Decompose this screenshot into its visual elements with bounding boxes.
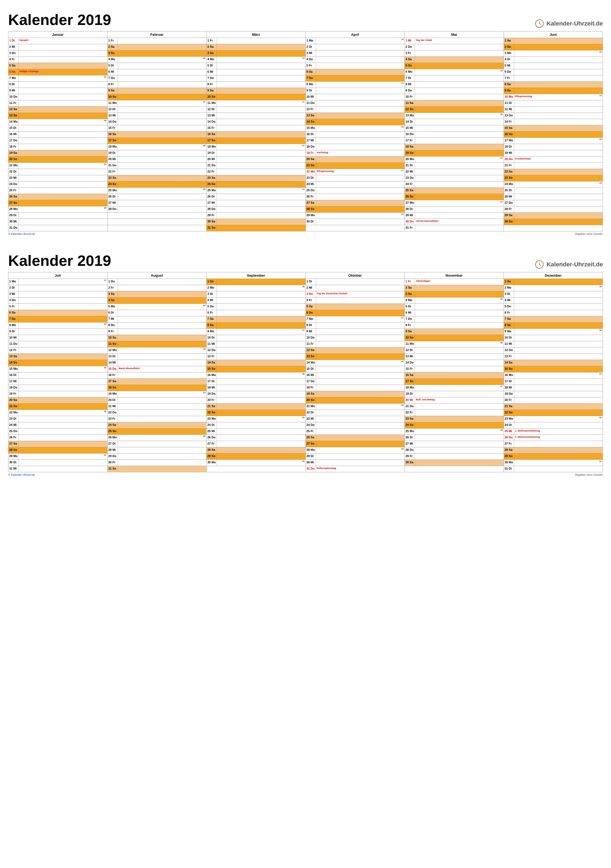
day-note <box>415 88 504 94</box>
day-cell: 7 Do <box>405 316 504 322</box>
day-cell: 18 Sa <box>405 144 504 150</box>
day-cell: 6 Di <box>107 310 207 316</box>
day-number: 12 Sa <box>306 347 316 353</box>
day-number: 26 Mi <box>504 194 514 200</box>
day-cell: 12 So <box>405 107 504 113</box>
day-number: 27 Fr <box>504 441 514 447</box>
day-cell: 8 Fr <box>107 82 207 88</box>
day-cell: 12 Di <box>107 107 207 113</box>
day-note <box>415 372 504 378</box>
day-note <box>415 57 504 63</box>
day-note: 02 <box>19 75 107 81</box>
day-number: 7 Mo <box>306 316 316 322</box>
day-number: 21 Mi <box>108 404 118 409</box>
day-number: 8 Mo <box>8 322 19 329</box>
day-number: 27 Mo <box>405 200 415 206</box>
day-number: 4 Do <box>8 298 19 304</box>
day-cell: 6 Fr <box>504 310 603 316</box>
day-number: 2 Mo <box>207 285 217 291</box>
month-header: April <box>305 31 405 38</box>
day-number: 17 Do <box>8 138 19 144</box>
day-note: Neujahr <box>19 38 107 44</box>
day-cell: 15 Fr <box>405 366 504 372</box>
day-number: 25 Sa <box>405 188 415 194</box>
page-title: Kalender 2019 <box>8 252 111 269</box>
day-number: 11 Do <box>306 100 316 106</box>
day-note <box>118 279 207 285</box>
day-number: 30 Sa <box>207 219 217 225</box>
day-cell: 29 So <box>207 454 306 460</box>
day-note <box>316 329 405 335</box>
day-note: Buß- und Bettag <box>415 397 504 403</box>
day-cell: 9 Sa <box>207 88 306 94</box>
day-number: 21 Do <box>405 404 415 409</box>
day-note <box>316 113 405 119</box>
day-cell: 15 Mo16 <box>305 125 405 132</box>
day-cell: 1 So <box>207 279 306 285</box>
day-number: 24 Mi <box>306 181 316 188</box>
day-note <box>118 360 207 366</box>
day-note: 50 <box>514 329 603 335</box>
day-number: 5 Fr <box>8 304 19 310</box>
day-number: 22 Di <box>306 410 316 416</box>
day-number: 28 Mo <box>8 206 19 212</box>
day-note <box>514 341 603 347</box>
day-note <box>217 360 305 366</box>
day-note <box>415 404 504 409</box>
week-number: 09 <box>203 188 206 191</box>
day-note: Tag der Arbeit <box>415 38 504 44</box>
week-number: 50 <box>599 329 602 332</box>
day-number: 22 Fr <box>207 169 217 175</box>
day-note <box>118 441 207 447</box>
day-cell: 7 Mo41 <box>305 316 405 322</box>
day-number: 27 Mi <box>405 441 415 447</box>
day-cell: 4 Fr <box>8 57 108 63</box>
day-number: 18 Fr <box>306 385 316 391</box>
day-cell: 29 Fr <box>207 213 306 219</box>
day-number: 30 Sa <box>405 460 415 466</box>
day-cell: 19 Sa <box>8 150 108 157</box>
day-number: 18 Do <box>8 385 19 391</box>
day-note <box>19 88 107 94</box>
day-cell: 24 Di <box>504 422 603 429</box>
day-number: 16 Di <box>8 372 19 378</box>
day-cell: 11 Mi <box>504 341 603 347</box>
day-note: 08 <box>118 144 207 150</box>
day-cell: 5 So <box>405 63 504 69</box>
day-cell: 15 Di <box>8 125 108 132</box>
day-cell: 23 Fr <box>107 416 207 422</box>
day-number: 2 Mi <box>306 285 316 291</box>
day-number: 10 So <box>207 94 217 100</box>
day-cell: 21 Di <box>405 163 504 169</box>
day-cell: 24 Fr <box>405 181 504 188</box>
day-cell: 11 Mi <box>207 341 306 347</box>
day-note <box>118 69 207 75</box>
day-note <box>514 82 603 88</box>
day-number: 11 Fr <box>8 100 19 106</box>
day-cell: 15 DoMariä Himmelfahrt <box>107 366 207 372</box>
day-note: 20 <box>415 113 504 119</box>
day-note <box>316 422 405 428</box>
day-note <box>19 138 107 144</box>
day-cell: 3 Mi <box>8 291 108 298</box>
day-number: 7 Di <box>405 75 415 81</box>
day-cell: 3 Sa <box>107 291 207 298</box>
day-number: 31 So <box>207 225 217 231</box>
day-cell: 22 Fr <box>405 410 504 416</box>
day-note <box>118 322 207 329</box>
day-note <box>19 291 107 297</box>
day-cell: 8 Fr <box>207 82 306 88</box>
day-number: 30 Mo <box>504 460 514 466</box>
day-cell: 3 So <box>405 291 504 298</box>
day-note <box>118 157 207 163</box>
day-cell: 15 Sa <box>504 125 603 132</box>
day-cell: 4 Mi <box>207 298 306 304</box>
day-number: 17 So <box>108 138 118 144</box>
day-cell: 9 Mo50 <box>504 329 603 335</box>
day-number: 18 Mo <box>108 144 118 150</box>
day-number: 7 Mo <box>8 75 19 81</box>
day-cell: 10 Do <box>305 335 405 341</box>
day-note <box>415 441 504 447</box>
day-note <box>316 397 405 403</box>
day-cell: 2 Mi <box>305 285 405 291</box>
